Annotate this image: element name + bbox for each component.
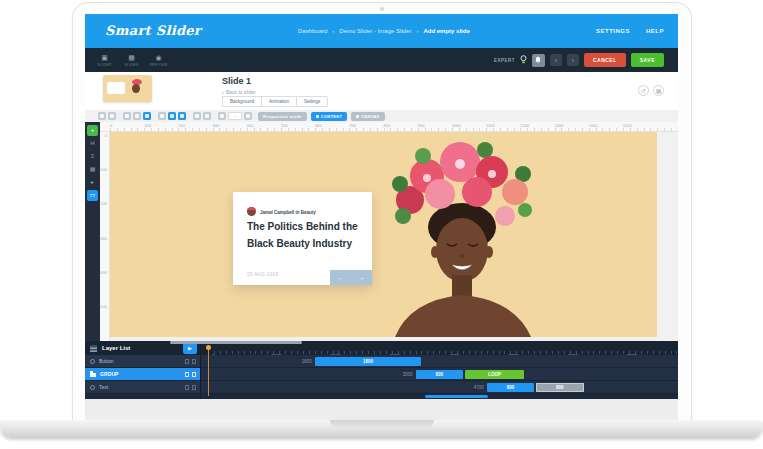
card-byline: Jamal Campbell in Beauty: [260, 210, 316, 215]
breadcrumb-item[interactable]: Add empty slide: [423, 28, 469, 34]
layer-window-icon[interactable]: [193, 112, 201, 120]
cancel-button[interactable]: CANCEL: [584, 53, 626, 67]
undo-history-icon[interactable]: ↺: [638, 85, 649, 96]
tab-animation[interactable]: Animation: [261, 96, 296, 107]
timeline-track[interactable]: 4700800800: [201, 381, 678, 394]
save-button[interactable]: SAVE: [631, 53, 664, 67]
zoom-out-icon[interactable]: [218, 112, 226, 120]
heading-layer-button[interactable]: H: [87, 138, 98, 149]
topbar: Smart Slider Dashboard › Demo Slider - I…: [85, 14, 678, 48]
help-link[interactable]: HELP: [646, 28, 664, 34]
ruler-icon[interactable]: [158, 112, 166, 120]
add-layer-button[interactable]: +: [87, 125, 98, 136]
expert-toggle[interactable]: [520, 55, 527, 65]
ruler-label: 700: [349, 122, 383, 128]
ruler-label: 200: [100, 200, 109, 234]
snap-icon[interactable]: [168, 112, 176, 120]
undo-icon[interactable]: [98, 112, 106, 120]
card-date: 25 AUG 2018: [247, 272, 278, 277]
layer-row[interactable]: Text: [85, 381, 200, 394]
responsive-mode-button[interactable]: Responsive mode: [258, 112, 307, 121]
slides-button[interactable]: ▦ SLIDES: [118, 54, 145, 67]
ruler-label: 0: [100, 132, 109, 166]
vertical-ruler: 0100200300400500: [100, 132, 110, 341]
timeline-scrollbar-bottom[interactable]: [425, 395, 488, 398]
preview-button[interactable]: ◉ PREVIEW: [145, 54, 172, 67]
ruler-label: 600: [315, 122, 349, 128]
delete-layer-icon[interactable]: [192, 372, 196, 377]
zoom-in-icon[interactable]: [244, 112, 252, 120]
timeline-window-icon[interactable]: [203, 112, 211, 120]
redo-icon[interactable]: [108, 112, 116, 120]
card-prev-arrow[interactable]: ←: [330, 270, 351, 285]
desktop-view-icon[interactable]: [123, 112, 131, 120]
ruler-label: 300: [213, 122, 247, 128]
timeline-bar-blue[interactable]: 1800: [315, 357, 422, 366]
delete-layer-icon[interactable]: [192, 359, 196, 364]
duplicate-layer-icon[interactable]: [185, 385, 189, 390]
timeline-bar-grey[interactable]: 800: [536, 383, 583, 392]
tablet-view-icon[interactable]: [133, 112, 141, 120]
slide-thumbnail[interactable]: [103, 75, 152, 102]
back-to-slider-link[interactable]: ‹Back to slider: [222, 89, 256, 95]
slide-canvas[interactable]: Jamal Campbell in Beauty The Politics Be…: [110, 132, 657, 337]
duplicate-layer-icon[interactable]: [185, 359, 189, 364]
next-slide-button[interactable]: ›: [567, 54, 579, 66]
video-layer-button[interactable]: ▸: [87, 177, 98, 188]
horizontal-ruler: 0100200300400500600700800900100011001200…: [100, 122, 678, 132]
timeline-track[interactable]: 3500800LOOP: [201, 368, 678, 381]
ruler-label: 1400: [589, 122, 623, 128]
delete-layer-icon[interactable]: [192, 385, 196, 390]
timeline-ruler-ticks: [208, 351, 678, 354]
tab-background[interactable]: Background: [222, 96, 261, 107]
app-logo[interactable]: Smart Slider: [105, 23, 201, 38]
notifications-button[interactable]: [532, 54, 545, 67]
card-title[interactable]: The Politics Behind the Black Beauty Ind…: [247, 218, 358, 252]
duplicate-layer-icon[interactable]: [185, 372, 189, 377]
ruler-label: 800: [384, 122, 418, 128]
editor-toolbar: ▣ SLIDER ▦ SLIDES ◉ PREVIEW: [85, 48, 678, 72]
ruler-label: 300: [100, 235, 109, 269]
breadcrumb-item[interactable]: Demo Slider - Image Slider: [339, 28, 411, 34]
layer-row[interactable]: GROUP: [85, 368, 200, 381]
timeline-bar-green[interactable]: LOOP: [465, 370, 524, 379]
slide-title: Slide 1: [222, 76, 251, 86]
prev-slide-button[interactable]: ‹: [550, 54, 562, 66]
toolbar-button-label: SLIDES: [124, 63, 138, 67]
content-card-layer[interactable]: Jamal Campbell in Beauty The Politics Be…: [233, 192, 372, 285]
toolbar-button-label: SLIDER: [97, 63, 111, 67]
card-next-arrow[interactable]: →: [351, 270, 372, 285]
timeline-bar-blue[interactable]: 800: [416, 370, 463, 379]
timeline-track[interactable]: 18001800: [201, 355, 678, 368]
timeline-scrollbar-top[interactable]: [170, 341, 302, 344]
canvas-mode-button[interactable]: CANVAS: [351, 112, 384, 121]
timeline-tracks-area: 0 ms1000 ms2000 ms3000 ms4000 ms5000 ms6…: [200, 341, 678, 399]
ruler-label: 400: [100, 269, 109, 303]
image-layer-button[interactable]: ▦: [87, 164, 98, 175]
slide-header: Slide 1 ‹Back to slider Background Anima…: [85, 72, 678, 110]
bulb-icon: [520, 55, 527, 65]
back-arrow-icon: ‹: [222, 89, 224, 95]
card-nav-arrows: ← →: [330, 270, 372, 285]
content-mode-button[interactable]: CONTENT: [311, 112, 347, 121]
slide-photo-woman-flower-crown[interactable]: [365, 132, 565, 337]
button-layer-button[interactable]: ▭: [87, 190, 98, 201]
settings-link[interactable]: SETTINGS: [596, 28, 630, 34]
layer-row[interactable]: Button: [85, 355, 200, 368]
thumbnail-face: [132, 84, 140, 93]
tab-settings[interactable]: Settings: [296, 96, 328, 107]
breadcrumb-item[interactable]: Dashboard: [298, 28, 327, 34]
zoom-value-field[interactable]: –: [228, 112, 242, 120]
slider-button[interactable]: ▣ SLIDER: [91, 54, 118, 67]
text-layer-button[interactable]: ≡: [87, 151, 98, 162]
playhead-marker[interactable]: [206, 345, 211, 350]
content-icon: [316, 115, 319, 118]
ruler-label: 1200: [520, 122, 554, 128]
timeline-bar-blue[interactable]: 800: [487, 383, 534, 392]
grid-icon[interactable]: [178, 112, 186, 120]
bell-icon: [534, 56, 542, 64]
layer-list-title: Layer List: [102, 345, 130, 351]
playhead-line: [208, 350, 209, 396]
shortcuts-icon[interactable]: ▦: [653, 85, 664, 96]
mobile-view-icon[interactable]: [143, 112, 151, 120]
